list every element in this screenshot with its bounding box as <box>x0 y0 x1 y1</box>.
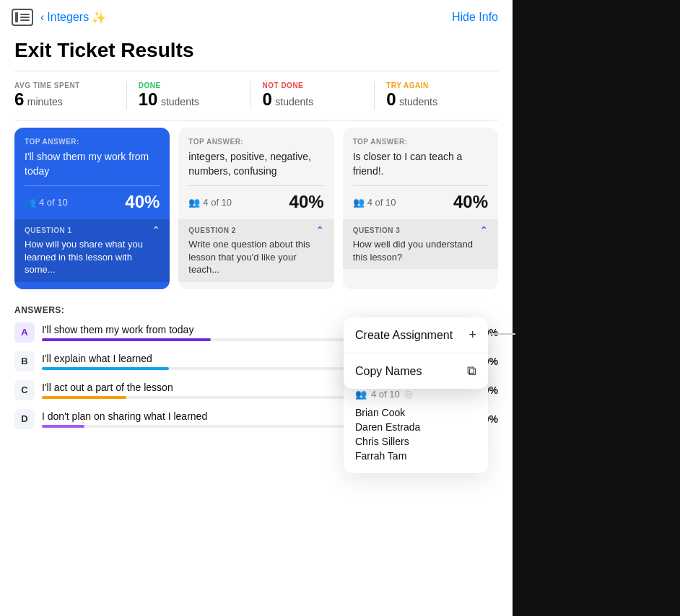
card-3-qtext: How well did you understand this lesson? <box>353 238 488 263</box>
people-icon-3: 👥 <box>353 197 365 208</box>
stat-not-done-label: NOT DONE <box>263 82 363 89</box>
card-2-stats: 👥 4 of 10 40% <box>178 186 334 219</box>
card-3-qnum: QUESTION 3 ⌃ <box>353 225 488 235</box>
toggle-line <box>20 14 30 15</box>
students-count-row: 👥 4 of 10 ◎ <box>355 388 476 400</box>
card-2-top-answer: integers, positive, negative, numbers, c… <box>188 150 323 178</box>
chevron-up-icon: ⌃ <box>152 225 160 235</box>
toggle-line <box>20 19 30 21</box>
card-2-top: TOP ANSWER: integers, positive, negative… <box>178 128 334 185</box>
hide-info-button[interactable]: Hide Info <box>452 11 498 24</box>
right-panel <box>513 0 680 616</box>
answer-letter-d: D <box>14 409 35 429</box>
students-count: 4 of 10 <box>371 389 400 400</box>
stat-try-again-value: 0 students <box>386 89 487 110</box>
answer-bar-b <box>42 367 169 370</box>
student-farrah: Farrah Tam <box>355 449 476 463</box>
toggle-lines <box>20 14 30 21</box>
create-assignment-item[interactable]: Create Assignment + <box>344 317 488 353</box>
student-chris: Chris Sillers <box>355 434 476 449</box>
stat-try-again: TRY AGAIN 0 students <box>375 82 498 110</box>
copy-icon: ⧉ <box>467 364 476 379</box>
connector-line <box>489 333 515 335</box>
header-left: ‹ Integers ✨ <box>12 9 106 26</box>
card-1-top: TOP ANSWER: I'll show them my work from … <box>14 128 170 185</box>
card-3-bottom: QUESTION 3 ⌃ How well did you understand… <box>343 219 498 269</box>
card-1-top-label: TOP ANSWER: <box>25 138 160 146</box>
answer-letter-b: B <box>14 351 35 371</box>
back-link[interactable]: ‹ Integers ✨ <box>40 11 106 25</box>
question-card-1[interactable]: TOP ANSWER: I'll show them my work from … <box>14 128 170 289</box>
header: ‹ Integers ✨ Hide Info <box>0 0 513 33</box>
card-3-stats: 👥 4 of 10 40% <box>343 186 498 219</box>
student-brian: Brian Cook <box>355 405 476 420</box>
card-1-students: 👥 4 of 10 <box>25 197 68 208</box>
card-3-top: TOP ANSWER: Is closer to I can teach a f… <box>343 128 498 185</box>
people-icon-students: 👥 <box>355 389 367 400</box>
card-2-bottom: QUESTION 2 ⌃ Write one question about th… <box>178 219 334 282</box>
answer-bar-c <box>42 396 126 399</box>
stat-done-label: DONE <box>139 82 239 89</box>
card-2-students: 👥 4 of 10 <box>188 197 232 208</box>
card-3-top-label: TOP ANSWER: <box>353 138 488 146</box>
sidebar-toggle-button[interactable] <box>12 9 33 26</box>
question-card-2[interactable]: TOP ANSWER: integers, positive, negative… <box>178 128 334 289</box>
stat-avg-time: AVG TIME SPENT 6 minutes <box>14 82 127 110</box>
card-1-percent: 40% <box>125 192 160 212</box>
stat-not-done-value: 0 students <box>263 89 363 110</box>
card-2-qtext: Write one question about this lesson tha… <box>188 238 323 276</box>
page-title: Exit Ticket Results <box>0 33 513 71</box>
card-1-qtext: How will you share what you learned in t… <box>25 238 160 276</box>
sparkle-icon: ✨ <box>92 11 106 25</box>
answers-label: ANSWERS: <box>14 305 498 315</box>
back-label: Integers <box>47 11 89 24</box>
questions-row: TOP ANSWER: I'll show them my work from … <box>0 120 513 296</box>
stats-row: AVG TIME SPENT 6 minutes DONE 10 student… <box>0 71 513 120</box>
stat-done: DONE 10 students <box>127 82 251 110</box>
copy-names-item[interactable]: Copy Names ⧉ <box>344 353 488 389</box>
chevron-up-icon-2: ⌃ <box>316 225 324 235</box>
copy-names-label: Copy Names <box>355 365 422 378</box>
card-2-qnum: QUESTION 2 ⌃ <box>188 225 323 235</box>
toggle-line <box>20 17 30 18</box>
stat-avg-label: AVG TIME SPENT <box>14 82 115 89</box>
answer-bar-a <box>42 338 211 341</box>
stat-avg-value: 6 minutes <box>14 89 115 110</box>
answer-letter-a: A <box>14 322 35 343</box>
stat-try-again-label: TRY AGAIN <box>386 82 487 89</box>
question-card-3[interactable]: TOP ANSWER: Is closer to I can teach a f… <box>343 128 498 289</box>
toggle-bar <box>15 12 18 22</box>
card-1-top-answer: I'll show them my work from today <box>25 150 160 178</box>
chevron-up-icon-3: ⌃ <box>480 225 488 235</box>
card-2-percent: 40% <box>289 192 324 212</box>
create-assignment-label: Create Assignment <box>355 329 453 342</box>
chevron-left-icon: ‹ <box>40 11 44 24</box>
card-1-qnum: QUESTION 1 ⌃ <box>25 225 160 235</box>
student-daren: Daren Estrada <box>355 420 476 434</box>
card-3-percent: 40% <box>453 192 488 212</box>
answer-bar-d <box>42 425 84 428</box>
card-3-top-answer: Is closer to I can teach a friend!. <box>353 150 488 178</box>
card-3-students: 👥 4 of 10 <box>353 197 396 208</box>
card-1-bottom: QUESTION 1 ⌃ How will you share what you… <box>14 219 170 282</box>
plus-icon: + <box>468 327 476 343</box>
stat-not-done: NOT DONE 0 students <box>251 82 375 110</box>
people-icon-2: 👥 <box>188 197 200 208</box>
card-1-stats: 👥 4 of 10 40% <box>14 186 170 219</box>
dropdown-popup: Create Assignment + Copy Names ⧉ <box>344 317 488 389</box>
people-icon: 👥 <box>25 197 36 208</box>
answer-letter-c: C <box>14 380 35 400</box>
card-2-top-label: TOP ANSWER: <box>188 138 323 146</box>
stat-done-value: 10 students <box>139 89 239 110</box>
main-panel: ‹ Integers ✨ Hide Info Exit Ticket Resul… <box>0 0 513 616</box>
tooltip-arrow <box>85 282 100 289</box>
circle-icon: ◎ <box>404 388 413 400</box>
